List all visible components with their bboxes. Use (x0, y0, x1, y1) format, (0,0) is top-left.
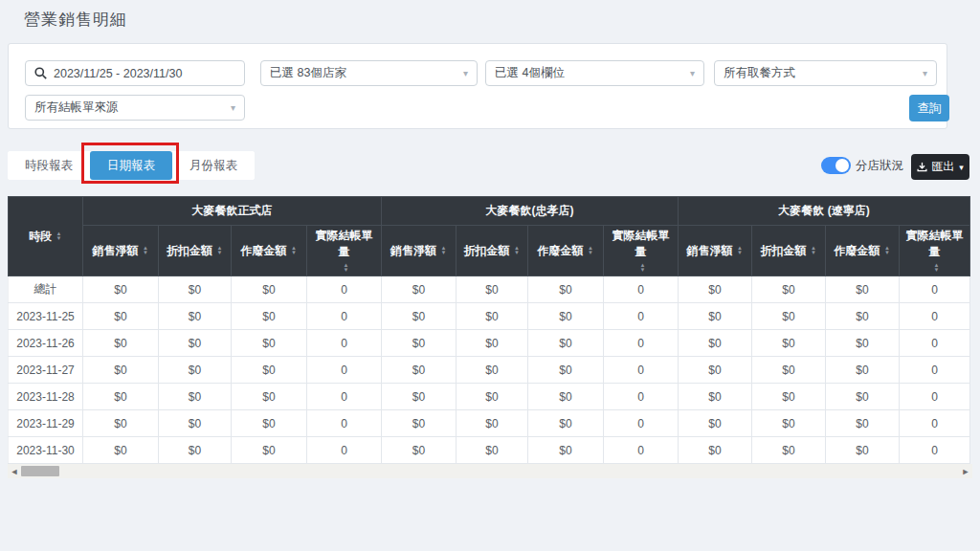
table-cell: $0 (232, 276, 307, 303)
table-cell: $0 (826, 410, 900, 437)
table-cell: $0 (826, 437, 900, 464)
column-header-metric[interactable]: 銷售淨額▲▼ (679, 226, 752, 276)
scroll-right-arrow[interactable]: ► (959, 467, 972, 476)
column-header-metric[interactable]: 實際結帳單量▲▼ (604, 226, 679, 276)
export-label: 匯出 (931, 159, 954, 175)
tab-date-report[interactable]: 日期報表 (90, 151, 172, 180)
export-button[interactable]: 匯出 ▾ (911, 154, 969, 180)
table-cell: $0 (679, 330, 752, 357)
table-cell: $0 (382, 303, 457, 330)
download-icon (917, 162, 927, 172)
table-cell: 0 (307, 303, 382, 330)
column-header-metric[interactable]: 實際結帳單量▲▼ (307, 226, 382, 276)
table-cell: $0 (159, 357, 232, 384)
tab-time-period-report[interactable]: 時段報表 (8, 151, 90, 180)
sort-icon: ▲▼ (216, 246, 223, 255)
chevron-down-icon: ▾ (463, 68, 468, 78)
column-header-metric[interactable]: 作廢金額▲▼ (232, 226, 307, 276)
table-cell: 0 (900, 437, 970, 464)
table-cell: $0 (457, 437, 528, 464)
scrollbar-thumb[interactable] (21, 466, 59, 476)
filter-panel: 2023/11/25 - 2023/11/30 已選 83個店家 ▾ 已選 4個… (8, 43, 947, 129)
table-cell: $0 (159, 303, 232, 330)
table-cell: $0 (528, 276, 604, 303)
receipt-source-select[interactable]: 所有結帳單來源 ▾ (25, 95, 245, 121)
table-cell: 0 (900, 357, 970, 384)
report-tabs: 時段報表 日期報表 月份報表 (8, 151, 255, 180)
table-cell: $0 (528, 357, 604, 384)
table-cell: $0 (679, 357, 752, 384)
table-cell: $0 (83, 330, 159, 357)
row-label: 2023-11-27 (9, 357, 83, 384)
table-cell: 0 (604, 330, 679, 357)
branch-status-label: 分店狀況 (856, 158, 903, 174)
sort-icon: ▲▼ (56, 231, 62, 241)
table-row: 2023-11-25$0$0$00$0$0$00$0$0$00 (9, 303, 970, 330)
columns-select[interactable]: 已選 4個欄位 ▾ (485, 60, 704, 86)
chevron-down-icon: ▾ (923, 68, 927, 78)
table-cell: 0 (604, 384, 679, 410)
tab-month-report[interactable]: 月份報表 (172, 151, 255, 180)
table-cell: $0 (382, 437, 457, 464)
table-cell: $0 (752, 357, 826, 384)
column-header-metric[interactable]: 實際結帳單量▲▼ (900, 226, 970, 276)
table-cell: $0 (159, 276, 232, 303)
table-cell: $0 (83, 437, 159, 464)
column-header-metric[interactable]: 銷售淨額▲▼ (83, 226, 159, 276)
chevron-down-icon: ▾ (690, 68, 695, 78)
sales-table: 時段▲▼大麥餐飲正式店大麥餐飲(忠孝店)大麥餐飲 (遼寧店)銷售淨額▲▼折扣金額… (8, 196, 970, 464)
table-cell: $0 (752, 276, 826, 303)
table-row: 總計$0$0$00$0$0$00$0$0$00 (9, 276, 970, 303)
table-cell: $0 (382, 276, 457, 303)
table-cell: $0 (826, 384, 900, 410)
table-cell: $0 (679, 437, 752, 464)
table-cell: 0 (900, 384, 970, 410)
table-cell: $0 (159, 410, 232, 437)
table-cell: $0 (457, 303, 528, 330)
sort-icon: ▲▼ (811, 246, 817, 255)
column-header-metric[interactable]: 作廢金額▲▼ (826, 226, 900, 276)
chevron-down-icon: ▾ (959, 163, 964, 172)
stores-select[interactable]: 已選 83個店家 ▾ (260, 60, 478, 86)
table-cell: 0 (307, 357, 382, 384)
sort-icon: ▲▼ (440, 246, 447, 255)
row-label: 2023-11-29 (9, 410, 83, 437)
table-cell: $0 (457, 357, 528, 384)
column-header-metric[interactable]: 折扣金額▲▼ (159, 226, 232, 276)
column-header-metric[interactable]: 折扣金額▲▼ (457, 226, 528, 276)
column-header-metric[interactable]: 折扣金額▲▼ (752, 226, 826, 276)
row-label: 總計 (9, 276, 83, 303)
table-cell: 0 (604, 303, 679, 330)
column-header-time[interactable]: 時段▲▼ (9, 197, 83, 276)
table-cell: 0 (604, 276, 679, 303)
table-cell: $0 (528, 410, 604, 437)
row-label: 2023-11-25 (9, 303, 83, 330)
table-cell: $0 (159, 330, 232, 357)
table-cell: $0 (382, 410, 457, 437)
column-header-metric[interactable]: 銷售淨額▲▼ (382, 226, 457, 276)
chevron-down-icon: ▾ (231, 102, 235, 113)
date-range-input[interactable]: 2023/11/25 - 2023/11/30 (25, 60, 245, 86)
receipt-source-value: 所有結帳單來源 (34, 99, 119, 116)
stores-select-value: 已選 83個店家 (270, 65, 346, 81)
table-cell: $0 (232, 303, 307, 330)
table-cell: $0 (752, 437, 826, 464)
table-cell: $0 (232, 410, 307, 437)
table-cell: $0 (679, 303, 752, 330)
sort-icon: ▲▼ (343, 263, 349, 273)
table-cell: $0 (83, 303, 159, 330)
table-cell: $0 (679, 384, 752, 410)
table-row: 2023-11-28$0$0$00$0$0$00$0$0$00 (9, 384, 970, 410)
table-row: 2023-11-29$0$0$00$0$0$00$0$0$00 (9, 410, 970, 437)
table-cell: $0 (528, 330, 604, 357)
horizontal-scrollbar[interactable]: ◄ ► (8, 464, 972, 478)
branch-status-control: 分店狀況 (821, 157, 903, 174)
table-cell: 0 (604, 437, 679, 464)
pickup-method-select[interactable]: 所有取餐方式 ▾ (714, 60, 937, 86)
table-cell: $0 (382, 384, 457, 410)
query-button[interactable]: 查詢 (909, 95, 949, 121)
column-header-metric[interactable]: 作廢金額▲▼ (528, 226, 604, 276)
table-row: 2023-11-26$0$0$00$0$0$00$0$0$00 (9, 330, 970, 357)
branch-status-toggle[interactable] (821, 157, 851, 174)
scroll-left-arrow[interactable]: ◄ (8, 467, 21, 476)
